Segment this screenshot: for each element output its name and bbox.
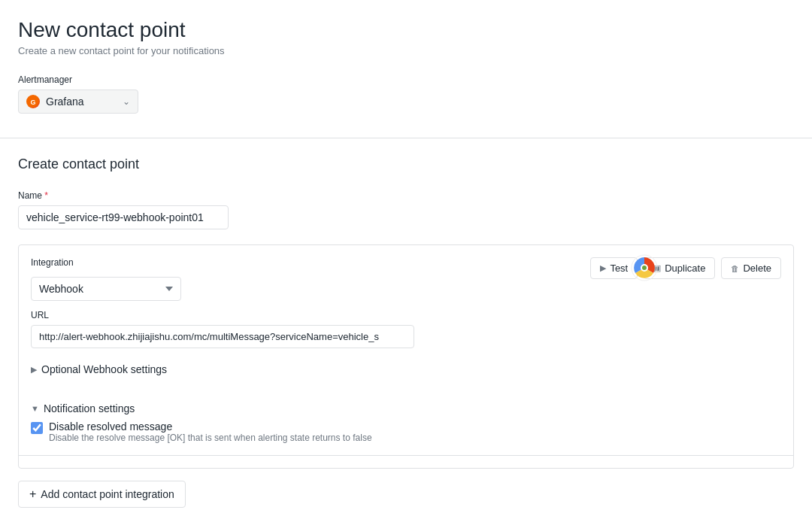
alertmanager-select[interactable]: G Grafana ⌄ bbox=[18, 90, 138, 114]
name-field: Name * bbox=[18, 190, 794, 229]
disable-resolved-checkbox[interactable] bbox=[31, 422, 43, 434]
integration-select[interactable]: Webhook Email Slack PagerDuty bbox=[31, 277, 181, 301]
duplicate-button-label: Duplicate bbox=[665, 263, 705, 274]
name-label: Name * bbox=[18, 190, 794, 201]
page-subtitle: Create a new contact point for your noti… bbox=[18, 45, 794, 56]
optional-webhook-section: ▶ Optional Webhook settings bbox=[31, 357, 781, 381]
chevron-down-icon: ⌄ bbox=[123, 96, 130, 107]
page-title: New contact point bbox=[18, 18, 794, 42]
required-star: * bbox=[42, 190, 48, 201]
notification-settings-label: Notification settings bbox=[44, 402, 135, 414]
name-input[interactable] bbox=[18, 205, 229, 229]
url-field: URL bbox=[31, 310, 781, 348]
card-bottom-divider bbox=[19, 455, 793, 456]
delete-button[interactable]: 🗑 Delete bbox=[721, 257, 781, 279]
delete-button-label: Delete bbox=[743, 263, 771, 274]
url-label: URL bbox=[31, 310, 781, 320]
disable-resolved-label-group: Disable resolved message Disable the res… bbox=[49, 420, 372, 443]
disable-resolved-label: Disable resolved message bbox=[49, 420, 372, 433]
integration-header: Integration Webhook Email Slack PagerDut… bbox=[31, 257, 781, 301]
notification-settings-header[interactable]: ▼ Notification settings bbox=[31, 396, 781, 420]
plus-icon: + bbox=[29, 487, 36, 501]
disable-resolved-row: Disable resolved message Disable the res… bbox=[31, 420, 781, 443]
svg-point-4 bbox=[642, 266, 647, 270]
alertmanager-section: Alertmanager G Grafana ⌄ bbox=[18, 74, 794, 114]
integration-card: Integration Webhook Email Slack PagerDut… bbox=[18, 244, 794, 469]
test-button-label: Test bbox=[610, 263, 628, 274]
multicolor-decoration-icon bbox=[631, 254, 658, 281]
url-input[interactable] bbox=[31, 325, 414, 348]
integration-actions: ▶ Test ▣ Duplicate 🗑 Delete bbox=[590, 257, 781, 279]
disable-resolved-sublabel: Disable the resolve message [OK] that is… bbox=[49, 433, 372, 443]
chevron-right-icon: ▶ bbox=[31, 365, 37, 375]
add-integration-label: Add contact point integration bbox=[41, 488, 174, 500]
trash-icon: 🗑 bbox=[731, 264, 739, 273]
chevron-down-icon: ▼ bbox=[31, 404, 39, 413]
optional-webhook-header[interactable]: ▶ Optional Webhook settings bbox=[31, 357, 781, 381]
alertmanager-value: Grafana bbox=[46, 96, 84, 108]
optional-webhook-label: Optional Webhook settings bbox=[41, 363, 167, 375]
section-divider bbox=[0, 138, 812, 138]
alertmanager-label: Alertmanager bbox=[18, 74, 794, 85]
svg-text:G: G bbox=[30, 99, 35, 106]
integration-label: Integration bbox=[31, 257, 181, 268]
grafana-icon: G bbox=[26, 95, 40, 108]
add-integration-button[interactable]: + Add contact point integration bbox=[18, 481, 186, 508]
integration-left: Integration Webhook Email Slack PagerDut… bbox=[31, 257, 181, 301]
alertmanager-select-wrapper[interactable]: G Grafana ⌄ bbox=[18, 90, 138, 114]
play-icon: ▶ bbox=[600, 263, 606, 273]
create-section-title: Create contact point bbox=[18, 156, 794, 172]
grafana-logo-svg: G bbox=[28, 96, 38, 107]
notification-settings-section: ▼ Notification settings Disable resolved… bbox=[31, 390, 781, 443]
